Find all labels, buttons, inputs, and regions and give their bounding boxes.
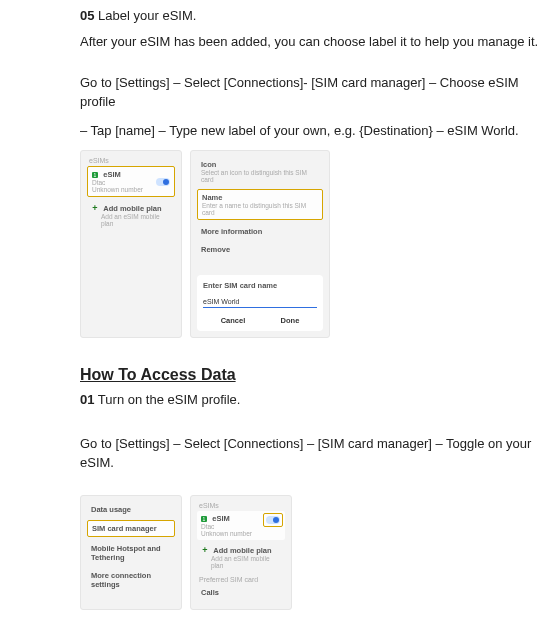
- mock2-preferred-label: Preferred SIM card: [197, 576, 285, 583]
- plus-icon-2: +: [201, 546, 209, 554]
- mock1-name-row: Name Enter a name to distinguish this SI…: [197, 189, 323, 220]
- paragraph-goto-1: Go to [Settings] – Select [Connections]-…: [80, 74, 549, 112]
- mock1-right-panel: Icon Select an icon to distinguish this …: [190, 150, 330, 338]
- mock1-esim-row: 1 eSIM Dtac Unknown number: [87, 166, 175, 197]
- mock1-cancel-button: Cancel: [221, 316, 246, 325]
- mock2-esim-toggle: [266, 516, 280, 524]
- section-how-to-access-data: How To Access Data: [80, 366, 549, 384]
- mock2-right-panel: eSIMs 1 eSIM Dtac Unknown number + Add m…: [190, 495, 292, 610]
- mock1-remove: Remove: [197, 242, 323, 257]
- step-05-number: 05: [80, 8, 94, 23]
- mock2-add-plan-row: + Add mobile plan Add an eSIM mobile pla…: [197, 543, 285, 572]
- mock1-left-header: eSIMs: [87, 157, 175, 164]
- step-01-title: 01 Turn on the eSIM profile.: [80, 392, 549, 407]
- mock2-right-header: eSIMs: [197, 502, 285, 509]
- mock2-left-panel: Data usage SIM card manager Mobile Hotsp…: [80, 495, 182, 610]
- mock2-data-usage: Data usage: [87, 502, 175, 517]
- mock1-done-button: Done: [281, 316, 300, 325]
- mock2-calls: Calls: [197, 585, 285, 600]
- mock2-esim-row: 1 eSIM Dtac Unknown number: [197, 511, 285, 540]
- mock2-esim-sub2: Unknown number: [201, 530, 281, 537]
- mock2-add-label: Add mobile plan: [213, 546, 271, 555]
- mock1-name-label: Name: [202, 193, 222, 202]
- mock2-add-sub: Add an eSIM mobile plan: [211, 555, 281, 569]
- mock1-left-panel: eSIMs 1 eSIM Dtac Unknown number + Add m…: [80, 150, 182, 338]
- plus-icon: +: [91, 204, 99, 212]
- mock1-add-label: Add mobile plan: [103, 204, 161, 213]
- mock1-more-info: More information: [197, 224, 323, 239]
- step-01-label: Turn on the eSIM profile.: [98, 392, 241, 407]
- mock1-icon-label: Icon: [201, 160, 216, 169]
- paragraph-after-added: After your eSIM has been added, you can …: [80, 33, 549, 52]
- mock2-esim-label: eSIM: [212, 514, 230, 523]
- mock1-esim-toggle: [156, 178, 170, 186]
- mock1-dialog-title: Enter SIM card name: [203, 281, 317, 290]
- mock1-add-plan-row: + Add mobile plan Add an eSIM mobile pla…: [87, 201, 175, 230]
- step-05-label: Label your eSIM.: [98, 8, 196, 23]
- sim-number-badge: 1: [92, 172, 98, 178]
- mock2-toggle-highlight: [263, 513, 283, 527]
- screenshot-turn-on-esim: Data usage SIM card manager Mobile Hotsp…: [80, 495, 549, 610]
- mock1-dialog-buttons: Cancel Done: [203, 316, 317, 325]
- mock1-name-sub: Enter a name to distinguish this SIM car…: [202, 202, 318, 216]
- screenshot-label-esim: eSIMs 1 eSIM Dtac Unknown number + Add m…: [80, 150, 549, 338]
- mock1-icon-sub: Select an icon to distinguish this SIM c…: [201, 169, 319, 183]
- mock1-dialog: Enter SIM card name eSIM World Cancel Do…: [197, 275, 323, 331]
- mock1-esim-label: eSIM: [103, 170, 121, 179]
- mock1-icon-row: Icon Select an icon to distinguish this …: [197, 157, 323, 186]
- mock2-hotspot: Mobile Hotspot and Tethering: [87, 541, 175, 565]
- paragraph-tap: – Tap [name] – Type new label of your ow…: [80, 122, 549, 141]
- mock1-add-sub: Add an eSIM mobile plan: [101, 213, 171, 227]
- sim-number-badge-2: 1: [201, 516, 207, 522]
- mock2-sim-card-manager: SIM card manager: [87, 520, 175, 537]
- mock1-esim-sub2: Unknown number: [92, 186, 170, 193]
- mock2-more-settings: More connection settings: [87, 568, 175, 592]
- paragraph-goto-2: Go to [Settings] – Select [Connections] …: [80, 435, 549, 473]
- step-01-number: 01: [80, 392, 94, 407]
- mock1-dialog-input: eSIM World: [203, 296, 317, 308]
- step-05-title: 05 Label your eSIM.: [80, 8, 549, 23]
